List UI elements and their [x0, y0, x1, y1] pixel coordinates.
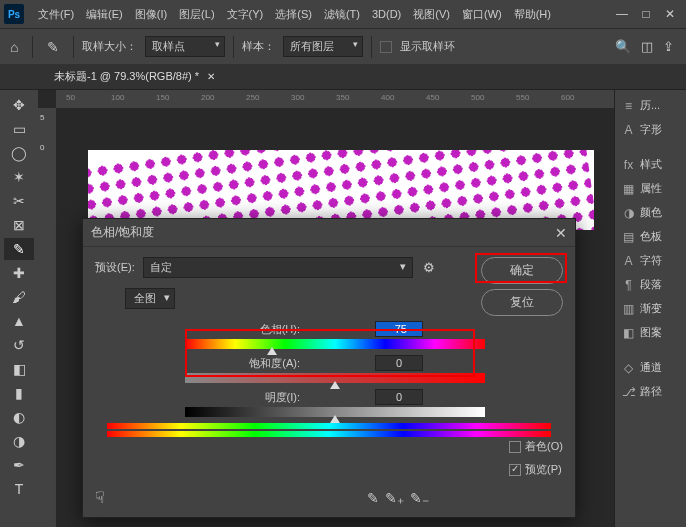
ruler-tick: 450	[426, 93, 439, 102]
stamp-tool[interactable]: ▲	[4, 310, 34, 332]
ruler-horizontal: 50 100 150 200 250 300 350 400 450 500 5…	[56, 90, 614, 108]
ruler-tick: 150	[156, 93, 169, 102]
sample-size-dropdown[interactable]: 取样点	[145, 36, 225, 57]
saturation-slider-thumb[interactable]	[330, 381, 340, 389]
saturation-value-input[interactable]: 0	[375, 355, 423, 371]
close-tab-icon[interactable]: ✕	[207, 71, 215, 82]
quick-select-tool[interactable]: ✶	[4, 166, 34, 188]
eyedropper-subtract-icon[interactable]: ✎₋	[410, 490, 429, 506]
paths-icon: ⎇	[621, 385, 636, 399]
saturation-slider[interactable]	[185, 373, 485, 383]
app-logo-icon: Ps	[4, 4, 24, 24]
menu-help[interactable]: 帮助(H)	[508, 7, 557, 22]
channels-icon: ◇	[621, 361, 636, 375]
dialog-close-icon[interactable]: ✕	[555, 225, 567, 241]
show-sample-ring-checkbox[interactable]	[380, 41, 392, 53]
ruler-tick: 300	[291, 93, 304, 102]
hue-value-input[interactable]: -75	[375, 321, 423, 337]
heal-tool[interactable]: ✚	[4, 262, 34, 284]
panel-styles[interactable]: fx样式	[615, 153, 686, 176]
lightness-value-input[interactable]: 0	[375, 389, 423, 405]
hue-slider-thumb[interactable]	[267, 347, 277, 355]
menu-filter[interactable]: 滤镜(T)	[318, 7, 366, 22]
window-maximize-icon[interactable]: □	[634, 7, 658, 21]
panels-dock: ≡历... A字形 fx样式 ▦属性 ◑颜色 ▤色板 A字符 ¶段落 ▥渐变 ◧…	[614, 90, 686, 527]
menu-edit[interactable]: 编辑(E)	[80, 7, 129, 22]
dodge-tool[interactable]: ◑	[4, 430, 34, 452]
sample-size-label: 取样大小：	[82, 39, 137, 54]
document-tab-bar: 未标题-1 @ 79.3%(RGB/8#) * ✕	[0, 64, 686, 90]
dialog-titlebar[interactable]: 色相/饱和度 ✕	[83, 219, 575, 247]
brush-tool[interactable]: 🖌	[4, 286, 34, 308]
ruler-tick: 600	[561, 93, 574, 102]
eyedropper-tool-icon[interactable]: ✎	[41, 39, 65, 55]
menu-view[interactable]: 视图(V)	[407, 7, 456, 22]
gradient-icon: ▥	[621, 302, 636, 316]
panel-gradient[interactable]: ▥渐变	[615, 297, 686, 320]
move-tool[interactable]: ✥	[4, 94, 34, 116]
menu-select[interactable]: 选择(S)	[269, 7, 318, 22]
preset-dropdown[interactable]: 自定	[143, 257, 413, 278]
panel-swatches[interactable]: ▤色板	[615, 225, 686, 248]
panel-character[interactable]: A字符	[615, 249, 686, 272]
lightness-slider-thumb[interactable]	[330, 415, 340, 423]
panel-paragraph[interactable]: ¶段落	[615, 273, 686, 296]
panel-history[interactable]: ≡历...	[615, 94, 686, 117]
workspace-icon[interactable]: ◫	[641, 39, 653, 54]
eyedropper-add-icon[interactable]: ✎₊	[385, 490, 404, 506]
menu-3d[interactable]: 3D(D)	[366, 8, 407, 20]
styles-icon: fx	[621, 158, 636, 172]
ok-button[interactable]: 确定	[481, 257, 563, 284]
color-range-strip	[107, 423, 551, 437]
window-close-icon[interactable]: ✕	[658, 7, 682, 21]
preset-gear-icon[interactable]: ⚙	[423, 260, 435, 275]
colorize-checkbox[interactable]: 着色(O)	[509, 439, 563, 454]
pattern-icon: ◧	[621, 326, 636, 340]
eraser-tool[interactable]: ◧	[4, 358, 34, 380]
lightness-slider[interactable]	[185, 407, 485, 417]
lasso-tool[interactable]: ◯	[4, 142, 34, 164]
character-icon: A	[621, 254, 636, 268]
document-tab[interactable]: 未标题-1 @ 79.3%(RGB/8#) * ✕	[44, 65, 225, 88]
hue-slider[interactable]	[185, 339, 485, 349]
crop-tool[interactable]: ✂	[4, 190, 34, 212]
panel-pattern[interactable]: ◧图案	[615, 321, 686, 344]
reset-button[interactable]: 复位	[481, 289, 563, 316]
frame-tool[interactable]: ⊠	[4, 214, 34, 236]
gradient-tool[interactable]: ▮	[4, 382, 34, 404]
home-icon[interactable]: ⌂	[4, 39, 24, 55]
panel-glyphs[interactable]: A字形	[615, 118, 686, 141]
channel-dropdown[interactable]: 全图	[125, 288, 175, 309]
search-icon[interactable]: 🔍	[615, 39, 631, 54]
panel-color[interactable]: ◑颜色	[615, 201, 686, 224]
scrubby-hand-icon[interactable]: ☟	[95, 488, 105, 507]
saturation-label: 饱和度(A):	[185, 356, 310, 371]
panel-channels[interactable]: ◇通道	[615, 356, 686, 379]
share-icon[interactable]: ⇪	[663, 39, 674, 54]
ruler-tick: 400	[381, 93, 394, 102]
menu-file[interactable]: 文件(F)	[32, 7, 80, 22]
type-tool[interactable]: T	[4, 478, 34, 500]
panel-properties[interactable]: ▦属性	[615, 177, 686, 200]
eyedropper-set-icon[interactable]: ✎	[367, 490, 379, 506]
history-brush-tool[interactable]: ↺	[4, 334, 34, 356]
ruler-vertical: 5 0	[38, 108, 56, 527]
menu-window[interactable]: 窗口(W)	[456, 7, 508, 22]
marquee-tool[interactable]: ▭	[4, 118, 34, 140]
panel-paths[interactable]: ⎇路径	[615, 380, 686, 403]
eyedropper-tool[interactable]: ✎	[4, 238, 34, 260]
tools-panel: ✥ ▭ ◯ ✶ ✂ ⊠ ✎ ✚ 🖌 ▲ ↺ ◧ ▮ ◐ ◑ ✒ T	[0, 90, 38, 527]
menu-image[interactable]: 图像(I)	[129, 7, 173, 22]
blur-tool[interactable]: ◐	[4, 406, 34, 428]
sample-dropdown[interactable]: 所有图层	[283, 36, 363, 57]
ruler-tick: 200	[201, 93, 214, 102]
ruler-tick: 500	[471, 93, 484, 102]
hue-label: 色相(H):	[185, 322, 310, 337]
pen-tool[interactable]: ✒	[4, 454, 34, 476]
menu-type[interactable]: 文字(Y)	[221, 7, 270, 22]
window-minimize-icon[interactable]: —	[610, 7, 634, 21]
menu-layer[interactable]: 图层(L)	[173, 7, 220, 22]
preview-checkbox[interactable]: 预览(P)	[509, 462, 563, 477]
ruler-tick: 100	[111, 93, 124, 102]
ruler-tick: 350	[336, 93, 349, 102]
